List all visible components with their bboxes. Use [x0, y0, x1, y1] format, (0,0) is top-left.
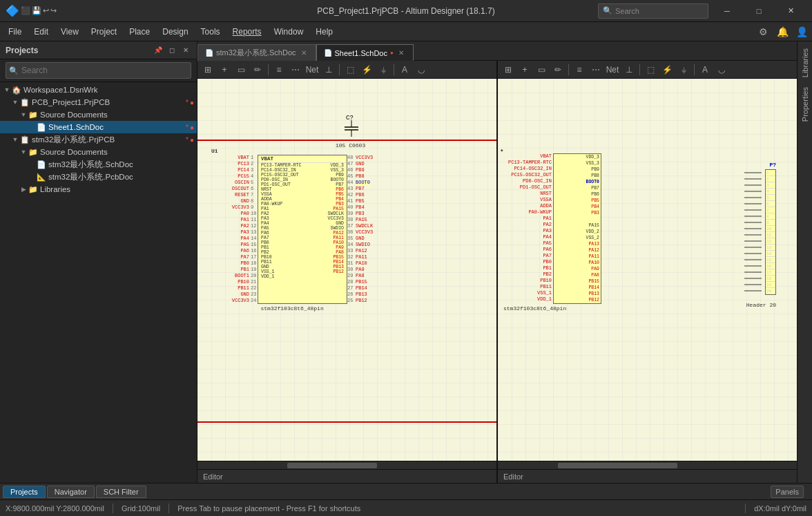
p-header-container: P? — [744, 162, 776, 308]
schematic-canvas-left[interactable]: C? 105 C0603 U1 — [197, 79, 496, 461]
chip-row17: PB0PA10 — [258, 240, 347, 245]
tab-modified-dot: ● — [390, 50, 394, 56]
panel-title: Projects — [6, 46, 38, 55]
minimize-button[interactable]: ─ — [711, 0, 743, 22]
panel-controls: 📌 ◻ ✕ — [153, 45, 191, 56]
panel-float-button[interactable]: ◻ — [166, 45, 177, 56]
hscroll-left[interactable] — [197, 461, 496, 469]
hscroll-right[interactable] — [498, 461, 797, 469]
hscroll-thumb-left[interactable] — [287, 463, 377, 468]
workspace-icon: 🏠 — [11, 84, 22, 95]
hscroll-thumb-right[interactable] — [558, 463, 677, 468]
power-btn-r[interactable]: ⚡ — [659, 62, 675, 77]
route-btn-l[interactable]: ⋯ — [288, 62, 303, 77]
rsidebar-properties[interactable]: Properties — [800, 83, 811, 126]
bus-btn-l[interactable]: ⊥ — [321, 62, 336, 77]
arc-btn-r[interactable]: ◡ — [714, 62, 729, 77]
gnd-btn-l[interactable]: ⏚ — [376, 62, 391, 77]
gnd-btn-r[interactable]: ⏚ — [676, 62, 691, 77]
schematic-canvas-right[interactable]: * VBAT PC13-TAMPER-RTC PC14-OSC32_IN PC1… — [498, 79, 797, 461]
tab-icon-sheet1: 📄 — [324, 49, 332, 57]
btab-projects[interactable]: Projects — [3, 486, 46, 498]
menu-view[interactable]: View — [55, 25, 84, 39]
select-btn-l[interactable]: ▭ — [233, 62, 249, 77]
p-header-body: 1 2 3 4 5 6 7 8 9 10 11 — [744, 169, 776, 300]
notification-icon[interactable]: 🔔 — [775, 24, 790, 39]
text-btn-l[interactable]: A — [397, 62, 412, 77]
src2-label: Source Documents — [40, 148, 194, 156]
user-icon[interactable]: 👤 — [794, 24, 809, 39]
tree-item-stm-sch[interactable]: 📄 stm32最小系统.SchDoc — [0, 158, 197, 171]
panel-pin-button[interactable]: 📌 — [153, 45, 164, 56]
menu-tools[interactable]: Tools — [195, 25, 226, 39]
filter-btn-l[interactable]: ⊞ — [200, 62, 215, 77]
expand-arrow-libs: ▶ — [19, 185, 28, 193]
power-btn-l[interactable]: ⚡ — [359, 62, 374, 77]
chip-row22: GNDPB13 — [258, 265, 347, 269]
rsidebar-libraries[interactable]: Libraries — [800, 44, 811, 82]
btab-navigator[interactable]: Navigator — [47, 486, 95, 498]
align-btn-l[interactable]: ≡ — [271, 62, 287, 77]
menu-design[interactable]: Design — [157, 25, 193, 39]
chip-row13: PA4GND — [258, 221, 347, 226]
chip-right-body: VBAT PC13-TAMPER-RTC PC14-OSC32_IN PC15-… — [503, 153, 601, 304]
tree-item-libs[interactable]: ▶ 📁 Libraries — [0, 183, 197, 195]
close-button[interactable]: ✕ — [775, 0, 806, 22]
tab-close-stm[interactable]: ✕ — [299, 48, 309, 58]
menu-help[interactable]: Help — [310, 25, 338, 39]
right-sidebar: Libraries Properties — [797, 41, 812, 483]
tree-item-pcb1[interactable]: ▼ 📋 PCB_Project1.PrjPCB * ● — [0, 96, 197, 108]
menu-edit[interactable]: Edit — [28, 25, 54, 39]
net-btn-l[interactable]: Net — [304, 62, 320, 77]
main-area: Projects 📌 ◻ ✕ 🔍 ▼ 🏠 Workspace1.DsnWrk — [0, 41, 812, 483]
tree-item-workspace[interactable]: ▼ 🏠 Workspace1.DsnWrk — [0, 84, 197, 96]
add-btn-l[interactable]: + — [217, 62, 232, 77]
undo-icon: ↩ — [43, 6, 49, 15]
titlebar-search[interactable]: 🔍 Search — [598, 3, 708, 19]
editor-pane-right: ⊞ + ▭ ✏ ≡ ⋯ Net ⊥ ⬚ ⚡ ⏚ A ◡ — [496, 61, 797, 483]
panel-close-button[interactable]: ✕ — [180, 45, 191, 56]
pcb2-modified: * — [186, 136, 188, 144]
menu-project[interactable]: Project — [86, 25, 122, 39]
comp-btn-r[interactable]: ⬚ — [643, 62, 658, 77]
maximize-button[interactable]: □ — [743, 0, 775, 22]
sep3-r — [694, 64, 695, 75]
text-btn-r[interactable]: A — [697, 62, 713, 77]
tree-item-src2[interactable]: ▼ 📁 Source Documents — [0, 146, 197, 158]
chip-u1-inner: VBAT PC13-TAMPER-RTCVDD_3 PC14-OSC32_INV… — [258, 155, 347, 304]
comp-btn-l[interactable]: ⬚ — [342, 62, 358, 77]
chip-row5: PD1-OSC_OUTPB7 — [258, 182, 347, 187]
project-tree: ▼ 🏠 Workspace1.DsnWrk ▼ 📋 PCB_Project1.P… — [0, 82, 197, 483]
tree-item-sheet1[interactable]: 📄 Sheet1.SchDoc * ● — [0, 121, 197, 133]
btab-sch-filter[interactable]: SCH Filter — [96, 486, 146, 498]
bus-btn-r[interactable]: ⊥ — [621, 62, 637, 77]
chip-u1-container: U1 VBAT1 PC132 PC143 PC154 OSCIN5 OSCOUT… — [211, 148, 373, 312]
menu-window[interactable]: Window — [269, 25, 309, 39]
tab-close-sheet1[interactable]: ✕ — [396, 48, 406, 58]
tab-stm32-sch[interactable]: 📄 stm32最小系统.SchDoc ✕ — [197, 44, 316, 61]
settings-icon[interactable]: ⚙ — [755, 24, 771, 39]
align-btn-r[interactable]: ≡ — [572, 62, 587, 77]
edit-btn-l[interactable]: ✏ — [250, 62, 265, 77]
menu-reports[interactable]: Reports — [227, 25, 267, 39]
panels-btn[interactable]: Panels — [771, 486, 804, 498]
menu-file[interactable]: File — [3, 25, 27, 39]
tree-item-stm-pcb[interactable]: 📐 stm32最小系统.PcbDoc — [0, 171, 197, 183]
net-btn-r[interactable]: Net — [605, 62, 620, 77]
search-input[interactable] — [6, 62, 191, 79]
expand-arrow-pcb1: ▼ — [11, 98, 19, 106]
chip-row9: PA0-WKUPPB3 — [258, 202, 347, 207]
route-btn-r[interactable]: ⋯ — [588, 62, 603, 77]
tab-sheet1[interactable]: 📄 Sheet1.SchDoc ● ✕ — [316, 44, 414, 61]
select-btn-r[interactable]: ▭ — [534, 62, 549, 77]
edit-btn-r[interactable]: ✏ — [550, 62, 566, 77]
filter-btn-r[interactable]: ⊞ — [501, 62, 516, 77]
stm-pcb-label: stm32最小系统.PcbDoc — [48, 172, 194, 182]
tree-item-pcb2[interactable]: ▼ 📋 stm32最小系统.PrjPCB * ● — [0, 133, 197, 146]
expand-arrow-stmpcb — [28, 173, 36, 181]
chip-u1-right-container: VBAT PC13-TAMPER-RTC PC14-OSC32_IN PC15-… — [503, 153, 601, 312]
tree-item-src1[interactable]: ▼ 📁 Source Documents — [0, 108, 197, 121]
menu-place[interactable]: Place — [124, 25, 155, 39]
arc-btn-l[interactable]: ◡ — [414, 62, 429, 77]
add-btn-r[interactable]: + — [517, 62, 532, 77]
